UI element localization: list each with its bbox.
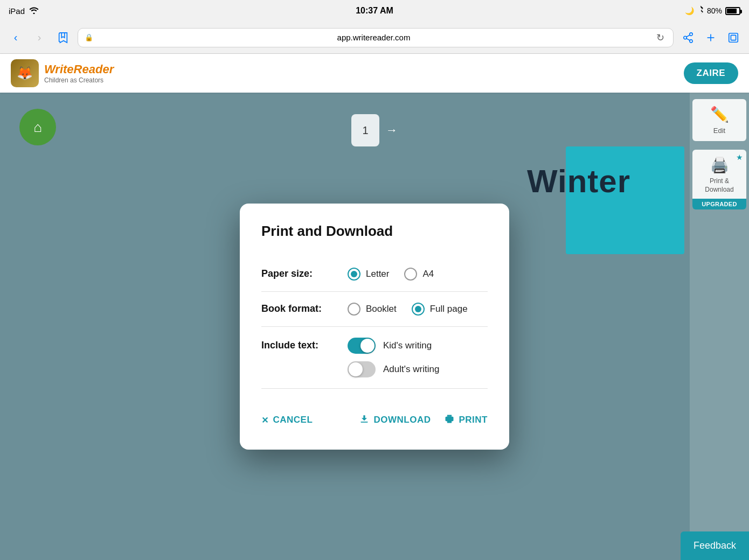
edit-icon: ✏️ — [710, 106, 729, 123]
print-panel-button[interactable]: 🖨️ Print & Download ★ UPGRADED — [692, 150, 746, 209]
moon-icon: 🌙 — [685, 6, 694, 15]
star-icon: ★ — [736, 153, 743, 162]
modal-title: Print and Download — [261, 223, 488, 240]
include-text-label: Include text: — [261, 338, 348, 351]
book-format-radio-group: Booklet Full page — [348, 303, 488, 316]
download-label: DOWNLOAD — [374, 415, 431, 425]
battery-icon — [725, 7, 740, 15]
home-icon: ⌂ — [33, 119, 42, 136]
kids-writing-label: Kid's writing — [383, 340, 432, 351]
book-title: Winter — [527, 163, 630, 200]
status-bar-left: iPad — [9, 6, 39, 16]
paper-size-label: Paper size: — [261, 268, 348, 279]
adults-toggle-knob — [349, 362, 363, 376]
browser-bar: ‹ › 🔒 app.writereader.com ↻ — [0, 22, 749, 54]
print-icon — [444, 414, 455, 427]
cancel-x-icon: ✕ — [261, 415, 269, 425]
paper-size-section: Paper size: Letter A4 — [261, 257, 488, 292]
page-arrow-icon: → — [386, 123, 398, 137]
app-header: 🦊 WriteReader Children as Creators ZAIRE — [0, 54, 749, 93]
app-subtitle: Children as Creators — [44, 76, 114, 84]
print-download-label: Print & Download — [697, 177, 742, 194]
back-button[interactable]: ‹ — [6, 29, 25, 47]
fullpage-label: Full page — [430, 304, 468, 314]
new-tab-button[interactable] — [702, 29, 720, 47]
download-icon — [359, 414, 370, 427]
booklet-radio[interactable] — [348, 303, 360, 316]
a4-label: A4 — [422, 269, 434, 279]
svg-rect-4 — [360, 422, 367, 423]
a4-radio[interactable] — [404, 268, 417, 281]
main-content: ⌂ 1 → Winter ✏️ Edit 🖨️ Print & Download… — [0, 93, 749, 560]
a4-option[interactable]: A4 — [404, 268, 434, 281]
page-indicator: 1 → — [351, 114, 398, 146]
svg-rect-2 — [729, 33, 738, 42]
upgraded-badge: UPGRADED — [692, 199, 746, 209]
app-logo-image: 🦊 — [11, 59, 39, 87]
book-format-section: Book format: Booklet Full page — [261, 292, 488, 327]
adults-writing-toggle[interactable] — [348, 361, 376, 377]
print-label: PRINT — [459, 415, 488, 425]
wifi-icon — [29, 6, 39, 16]
battery-percentage: 80% — [707, 6, 722, 15]
edit-panel-button[interactable]: ✏️ Edit — [692, 99, 746, 141]
adults-writing-label: Adult's writing — [383, 364, 439, 375]
letter-label: Letter — [366, 269, 389, 279]
app-title: WriteReader — [44, 62, 114, 76]
toggle-group: Kid's writing Adult's writing — [348, 338, 439, 377]
cancel-button[interactable]: ✕ CANCEL — [261, 409, 313, 431]
book-format-label: Book format: — [261, 303, 348, 314]
svg-point-6 — [452, 418, 453, 419]
paper-size-radio-group: Letter A4 — [348, 268, 488, 281]
kids-toggle-knob — [360, 339, 374, 353]
right-panel: ✏️ Edit 🖨️ Print & Download ★ UPGRADED — [690, 93, 749, 560]
svg-rect-5 — [447, 419, 451, 423]
include-text-section: Include text: Kid's writing — [261, 327, 488, 389]
url-bar[interactable]: 🔒 app.writereader.com ↻ — [78, 28, 674, 47]
cancel-label: CANCEL — [273, 415, 313, 425]
download-button[interactable]: DOWNLOAD — [359, 408, 431, 432]
edit-label: Edit — [713, 127, 725, 135]
forward-button[interactable]: › — [30, 29, 48, 47]
booklet-option[interactable]: Booklet — [348, 303, 397, 316]
booklet-label: Booklet — [366, 304, 397, 314]
share-button[interactable] — [679, 29, 697, 47]
print-button[interactable]: PRINT — [444, 408, 488, 432]
reload-button[interactable]: ↻ — [654, 32, 667, 44]
adults-writing-row: Adult's writing — [348, 361, 439, 377]
status-bar-right: 🌙 80% — [685, 5, 740, 17]
fullpage-radio[interactable] — [412, 303, 425, 316]
modal-actions: ✕ CANCEL DOWNLOAD — [261, 404, 488, 432]
status-bar: iPad 10:37 AM 🌙 80% — [0, 0, 749, 22]
browser-actions — [679, 29, 743, 47]
kids-writing-toggle[interactable] — [348, 338, 376, 354]
letter-radio[interactable] — [348, 268, 360, 281]
status-bar-time: 10:37 AM — [356, 6, 393, 16]
device-label: iPad — [9, 6, 25, 16]
kids-writing-row: Kid's writing — [348, 338, 439, 354]
print-download-modal: Print and Download Paper size: Letter — [240, 204, 509, 450]
letter-option[interactable]: Letter — [348, 268, 389, 281]
user-button[interactable]: ZAIRE — [684, 62, 739, 84]
tabs-button[interactable] — [724, 29, 743, 47]
svg-rect-3 — [731, 35, 736, 40]
print-icon: 🖨️ — [710, 156, 729, 174]
url-text: app.writereader.com — [96, 33, 651, 42]
app-logo: 🦊 WriteReader Children as Creators — [11, 59, 114, 87]
bluetooth-icon — [697, 5, 704, 17]
action-buttons: DOWNLOAD PRINT — [359, 408, 488, 432]
app-logo-text: WriteReader Children as Creators — [44, 62, 114, 84]
home-button[interactable]: ⌂ — [19, 109, 56, 145]
fullpage-option[interactable]: Full page — [412, 303, 468, 316]
lock-icon: 🔒 — [85, 33, 93, 41]
bookmarks-button[interactable] — [54, 29, 72, 47]
page-number: 1 — [351, 114, 379, 146]
feedback-button[interactable]: Feedback — [681, 531, 749, 560]
